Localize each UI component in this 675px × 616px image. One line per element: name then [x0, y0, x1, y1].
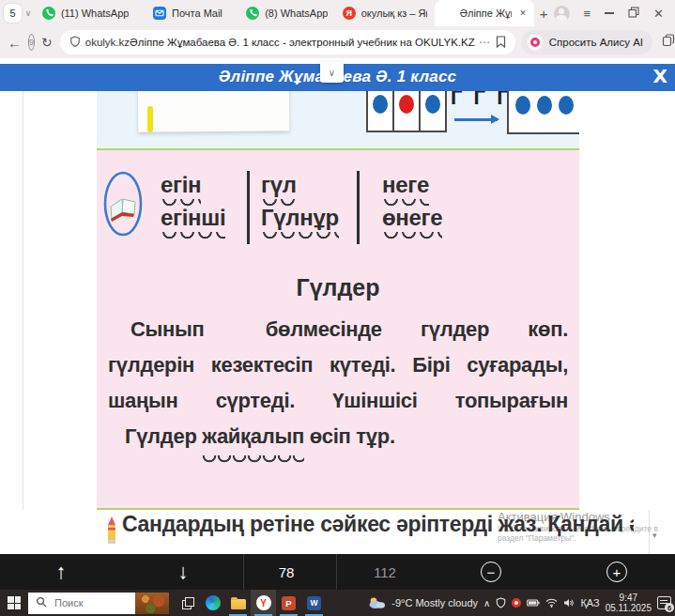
- word-column: гүл Гүлнұр: [250, 171, 357, 244]
- tab-close-icon[interactable]: ✕: [517, 8, 527, 18]
- dot-cell: [366, 91, 394, 132]
- whatsapp-icon: [246, 7, 259, 20]
- tab-whatsapp-2[interactable]: (8) WhatsApp: [238, 0, 335, 26]
- search-highlight-image[interactable]: [135, 593, 169, 614]
- clock-date: 05.11.2025: [606, 603, 652, 613]
- edge-icon: [206, 595, 221, 610]
- tab-whatsapp-1[interactable]: (11) WhatsApp: [35, 0, 146, 26]
- total-page-number: 112: [374, 554, 396, 590]
- story-paragraph: Сынып бөлмесінде гүлдер көп. Оқушылар бө…: [108, 312, 568, 464]
- browser-menu-icon[interactable]: ≡: [584, 7, 591, 21]
- url-more-icon[interactable]: ⋯: [479, 36, 490, 49]
- tab-counter-button[interactable]: 5: [4, 4, 22, 23]
- browser-address-bar: ← 9 ↻ okulyk.kz Әліппе Жұмабаева Ә. 1 кл…: [0, 26, 675, 59]
- dot-cell: [392, 91, 421, 132]
- taskbar-clock[interactable]: 9:47 05.11.2025: [606, 593, 652, 613]
- viewer-close-button[interactable]: X: [653, 65, 667, 87]
- arrow-right-icon: [454, 118, 498, 121]
- blue-dot: [425, 95, 440, 114]
- tab-yandex-search[interactable]: Я окулық кз – Яндекс: наш: [335, 0, 435, 26]
- tray-chevron-icon[interactable]: ∧: [483, 598, 490, 608]
- blue-dot: [537, 96, 552, 115]
- red-dot: [399, 95, 414, 114]
- site-shield-icon[interactable]: [69, 36, 81, 50]
- mail-icon: [153, 7, 166, 20]
- word: неге: [382, 171, 429, 208]
- battery-icon[interactable]: [527, 599, 540, 607]
- window-controls: ≡ ✕: [554, 6, 675, 22]
- dot-cell: [419, 91, 447, 132]
- tab-label: Әліппе Жұмабаева Ә.: [460, 8, 512, 19]
- minimize-button[interactable]: [605, 12, 614, 14]
- blue-dot: [515, 96, 530, 115]
- yandex-browser-button[interactable]: Y: [251, 590, 276, 616]
- textbook-favicon: [442, 8, 454, 20]
- left-divider-line: [23, 91, 23, 554]
- bookmark-icon[interactable]: [496, 36, 506, 50]
- windows-logo-icon: [8, 596, 21, 609]
- tab-list-chevron-icon[interactable]: ∨: [22, 8, 35, 18]
- file-explorer-button[interactable]: [225, 590, 251, 616]
- back-button[interactable]: ←: [8, 35, 22, 51]
- page-title-text: Әліппе Жұмабаева Ә. 1 класс - электронны…: [130, 37, 475, 48]
- toolbar-circle-icon[interactable]: 9: [28, 34, 35, 51]
- task-section: Активация Windows Чтобы активировать Win…: [0, 510, 675, 554]
- restore-button[interactable]: [628, 7, 639, 20]
- ask-alice-button[interactable]: Спросить Алису AI: [521, 30, 652, 54]
- edge-button[interactable]: [200, 590, 225, 616]
- task-view-icon: [182, 597, 193, 608]
- blue-dot: [559, 96, 574, 115]
- tab-label: (11) WhatsApp: [61, 8, 130, 19]
- story-line: гүлдерін кезектесіп күтеді. Бірі суғарад…: [108, 347, 568, 383]
- word-button[interactable]: W: [301, 590, 327, 616]
- scroll-down-button[interactable]: ↓: [178, 554, 189, 590]
- current-page-number[interactable]: 78: [279, 554, 295, 590]
- reload-button[interactable]: ↻: [41, 35, 53, 50]
- close-window-button[interactable]: ✕: [653, 7, 664, 21]
- url-bar[interactable]: okulyk.kz Әліппе Жұмабаева Ә. 1 класс - …: [60, 30, 515, 54]
- start-button[interactable]: [0, 590, 28, 616]
- dot-box: [507, 91, 579, 134]
- addressbar-right-icons: [662, 34, 675, 51]
- alice-label: Спросить Алису AI: [549, 37, 643, 48]
- taskbar-search[interactable]: [28, 593, 169, 614]
- system-tray: -9°C Mostly cloudy ∧ ҚАЗ 9:47 05.11.2025: [367, 593, 675, 613]
- crayon-icon: [105, 516, 118, 549]
- new-tab-button[interactable]: +: [534, 6, 554, 22]
- word-columns: егін егінші гүл Гүлнұр неге өнеге: [155, 171, 485, 244]
- windows-taskbar: Y P W -9°C Mostly cloudy ∧ ҚАЗ: [0, 590, 675, 616]
- language-indicator[interactable]: ҚАЗ: [580, 597, 599, 608]
- weather-icon[interactable]: [367, 596, 386, 609]
- story-line: Сынып бөлмесінде гүлдер көп. Оқушылар бө…: [108, 312, 568, 347]
- profile-avatar[interactable]: [554, 6, 570, 22]
- defender-shield-icon[interactable]: [496, 597, 506, 608]
- powerpoint-icon: P: [282, 596, 296, 610]
- powerpoint-button[interactable]: P: [276, 590, 301, 616]
- story-line: шаңын сүртеді. Үшіншісі топырағын қопсыт…: [108, 383, 568, 419]
- volume-icon[interactable]: [563, 598, 575, 608]
- zoom-in-button[interactable]: +: [606, 554, 627, 590]
- alice-tray-icon[interactable]: [512, 598, 521, 608]
- screen: 5 ∨ (11) WhatsApp Почта Mail (8) WhatsAp…: [0, 0, 675, 616]
- notification-center-icon[interactable]: 6: [657, 596, 671, 609]
- tab-mail[interactable]: Почта Mail: [146, 0, 238, 26]
- collections-icon[interactable]: [662, 34, 675, 51]
- nav-divider: [336, 554, 337, 590]
- zoom-out-button[interactable]: −: [481, 554, 501, 590]
- search-input[interactable]: [53, 596, 137, 609]
- viewer-content: Г Г Г егін егінші: [0, 91, 675, 554]
- yandex-browser-icon: Y: [256, 595, 271, 610]
- task-view-button[interactable]: [175, 590, 200, 616]
- weather-text[interactable]: -9°C Mostly cloudy: [391, 597, 478, 608]
- word: гүл: [261, 171, 297, 208]
- clock-time: 9:47: [606, 593, 652, 603]
- letters-row: Г Г Г: [451, 91, 512, 110]
- collapse-button[interactable]: ∨: [320, 62, 344, 83]
- tab-active-textbook[interactable]: Әліппе Жұмабаева Ә. ✕: [435, 0, 534, 26]
- nav-divider: [243, 554, 244, 590]
- viewer-nav-bar: ↑ ↓ 78 112 − +: [0, 554, 675, 590]
- word: егінші: [161, 204, 225, 240]
- scroll-up-button[interactable]: ↑: [56, 554, 67, 590]
- wifi-icon[interactable]: [545, 598, 558, 608]
- tab-label: Почта Mail: [172, 8, 222, 19]
